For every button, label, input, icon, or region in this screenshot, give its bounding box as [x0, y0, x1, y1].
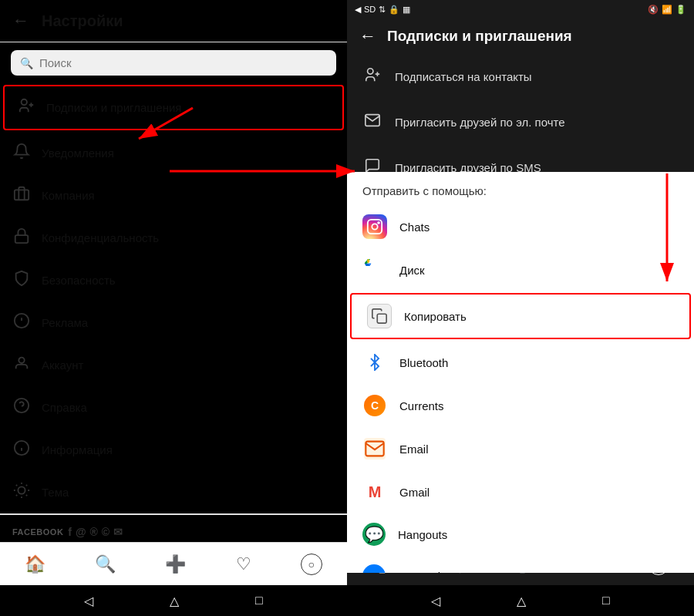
status-transfer-icon: ⇅: [379, 5, 386, 15]
left-title: Настройки: [42, 12, 123, 30]
bluetooth-icon: [362, 350, 387, 375]
info-label: Информация: [42, 443, 113, 456]
drive-icon: [362, 258, 387, 282]
search-bar: 🔍: [11, 50, 336, 76]
facebook-social-icons: f @ ® © ✉: [68, 526, 123, 538]
status-left-icons: ◀ SD ⇅ 🔒 ▦: [355, 5, 410, 15]
share-item-currents[interactable]: C Currents: [347, 384, 694, 427]
subscribe-contacts-icon: [362, 66, 382, 87]
left-menu-list: Подписки и приглашения Уведомления Компа…: [0, 83, 347, 542]
privacy-label: Конфиденциальность: [42, 231, 159, 244]
facebook-title-text: FACEBOOK: [12, 527, 63, 537]
currents-icon: C: [362, 393, 387, 418]
notifications-icon: [12, 143, 31, 163]
menu-item-ads[interactable]: Реклама: [0, 301, 347, 344]
svg-point-14: [18, 486, 25, 493]
menu-item-security[interactable]: Безопасность: [0, 259, 347, 301]
invite-email-label: Пригласить друзей по эл. почте: [395, 116, 565, 129]
bluetooth-label: Bluetooth: [399, 356, 448, 369]
menu-item-account[interactable]: Аккаунт: [0, 344, 347, 386]
svg-rect-3: [15, 190, 29, 200]
status-lock-icon: 🔒: [389, 5, 399, 15]
share-item-gmail[interactable]: M Gmail: [347, 470, 694, 513]
svg-point-28: [372, 224, 377, 229]
svg-point-0: [22, 99, 27, 105]
status-grid-icon: ▦: [403, 5, 410, 15]
share-item-drive[interactable]: Диск: [347, 248, 694, 291]
chats-icon: [362, 214, 387, 239]
subscriptions-label: Подписки и приглашения: [46, 101, 181, 114]
menu-item-subscriptions[interactable]: Подписки и приглашения: [3, 85, 344, 130]
left-panel: ← Настройки 🔍 Подписки и приглашения: [0, 0, 347, 616]
currents-label: Currents: [399, 399, 444, 412]
right-android-back-icon[interactable]: ◁: [431, 594, 440, 608]
android-recents-icon[interactable]: □: [255, 594, 263, 608]
share-item-chats[interactable]: Chats: [347, 205, 694, 248]
info-icon: [12, 439, 31, 460]
status-wifi-icon: 📶: [662, 5, 672, 15]
subscriptions-icon: [17, 97, 35, 118]
security-label: Безопасность: [42, 274, 116, 287]
help-icon: [12, 397, 31, 418]
svg-rect-27: [368, 220, 382, 234]
menu-item-notifications[interactable]: Уведомления: [0, 132, 347, 174]
left-header: ← Настройки: [0, 0, 347, 42]
nav-heart-icon[interactable]: ♡: [236, 554, 251, 574]
nav-profile-icon[interactable]: ○: [301, 554, 322, 575]
right-panel: ◀ SD ⇅ 🔒 ▦ 🔇 📶 🔋 ← Подписки и приглашени…: [347, 0, 694, 616]
facebook-title: FACEBOOK f @ ® © ✉: [12, 526, 335, 538]
menu-item-theme[interactable]: Тема: [0, 471, 347, 513]
share-item-email[interactable]: Email: [347, 427, 694, 470]
share-item-shareit[interactable]: ⇄ SHAREit: [347, 555, 694, 573]
status-sd-icon: SD: [364, 5, 376, 14]
hangouts-label: Hangouts: [398, 528, 447, 541]
hangouts-icon: 💬: [362, 523, 386, 546]
gmail-label: Gmail: [399, 486, 430, 499]
subscribe-contacts-label: Подписаться на контакты: [395, 70, 532, 83]
status-battery-icon: 🔋: [675, 5, 686, 15]
nav-home-icon[interactable]: 🏠: [25, 554, 45, 574]
search-icon: 🔍: [20, 57, 33, 69]
nav-add-icon[interactable]: ➕: [165, 554, 186, 574]
menu-item-company[interactable]: Компания: [0, 174, 347, 217]
share-sheet: Отправить с помощью: Chats: [347, 172, 694, 573]
share-item-copy[interactable]: Копировать: [350, 293, 691, 339]
right-menu-invite-email[interactable]: Пригласить друзей по эл. почте: [347, 99, 694, 145]
left-back-button[interactable]: ←: [12, 11, 29, 31]
right-android-recents-icon[interactable]: □: [602, 594, 610, 608]
svg-point-29: [378, 222, 379, 224]
nav-search-icon[interactable]: 🔍: [95, 554, 116, 574]
menu-item-info[interactable]: Информация: [0, 429, 347, 471]
right-back-button[interactable]: ←: [359, 26, 376, 46]
menu-item-privacy[interactable]: Конфиденциальность: [0, 217, 347, 259]
share-item-hangouts[interactable]: 💬 Hangouts: [347, 513, 694, 555]
status-right-icons: 🔇 📶 🔋: [648, 5, 686, 15]
copy-label: Копировать: [404, 310, 467, 323]
right-android-nav: ◁ △ □: [347, 585, 694, 616]
right-android-home-icon[interactable]: △: [517, 594, 526, 608]
chats-label: Chats: [399, 220, 430, 234]
shareit-label: SHAREit: [398, 570, 443, 574]
right-status-bar: ◀ SD ⇅ 🔒 ▦ 🔇 📶 🔋: [347, 0, 694, 19]
search-input[interactable]: [39, 56, 327, 69]
status-arrow-icon: ◀: [355, 5, 361, 15]
theme-label: Тема: [42, 486, 69, 499]
right-header: ← Подписки и приглашения: [347, 19, 694, 54]
account-icon: [12, 355, 31, 375]
facebook-section: FACEBOOK f @ ® © ✉ Центр аккаунтов Управ…: [0, 514, 347, 542]
menu-item-help[interactable]: Справка: [0, 386, 347, 429]
svg-rect-30: [377, 314, 386, 323]
email-label: Email: [399, 443, 429, 456]
android-back-icon[interactable]: ◁: [84, 594, 93, 608]
right-menu-subscribe-contacts[interactable]: Подписаться на контакты: [347, 54, 694, 99]
svg-rect-4: [15, 235, 29, 243]
status-volume-icon: 🔇: [648, 5, 659, 15]
left-bottom-nav: 🏠 🔍 ➕ ♡ ○: [0, 542, 347, 585]
ads-label: Реклама: [42, 316, 88, 329]
invite-email-icon: [362, 112, 382, 133]
share-item-bluetooth[interactable]: Bluetooth: [347, 341, 694, 384]
android-home-icon[interactable]: △: [170, 594, 179, 608]
ads-icon: [12, 312, 31, 333]
notifications-label: Уведомления: [42, 146, 114, 160]
copy-icon: [367, 304, 392, 328]
